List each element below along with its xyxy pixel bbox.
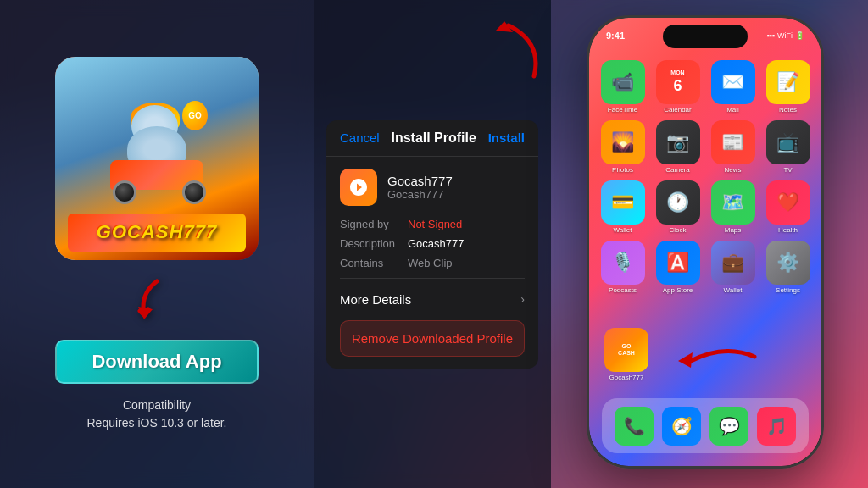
contains-label: Contains [340, 257, 408, 269]
wallet2-icon[interactable]: 💼 [711, 241, 755, 285]
appletv-label: TV [783, 166, 792, 174]
install-profile-title: Install Profile [391, 130, 476, 146]
music-dock-icon[interactable]: 🎵 [757, 407, 796, 446]
install-button[interactable]: Install [488, 130, 525, 145]
more-details-label: More Details [340, 292, 411, 307]
contains-row: Contains Web Clip [340, 257, 525, 269]
signed-by-row: Signed by Not Signed [340, 218, 525, 230]
wallet-icon[interactable]: 💳 [601, 180, 645, 225]
ios-dock: 📞 🧭 💬 🎵 [602, 398, 809, 453]
photos-label: Photos [612, 166, 633, 174]
iphone-wrapper: 9:41 ▪▪▪ WiFi 🔋 📹 FaceTime [587, 15, 832, 473]
down-arrow-icon [131, 277, 182, 331]
cancel-button[interactable]: Cancel [340, 130, 380, 145]
left-arrow-icon [657, 336, 759, 381]
wifi-icon: WiFi [777, 31, 793, 40]
mail-label: Mail [726, 106, 739, 114]
notes-label: Notes [779, 106, 797, 114]
iphone-notch [663, 25, 748, 48]
appletv-icon[interactable]: 📺 [766, 120, 810, 164]
list-item: 🎙️ Podcasts [598, 241, 648, 294]
signal-icon: ▪▪▪ [766, 31, 775, 40]
list-item: ✉️ Mail [708, 60, 758, 114]
profile-app-info: Gocash777 Gocash777 [387, 174, 453, 201]
description-value: Gocash777 [408, 237, 465, 250]
clock-icon[interactable]: 🕐 [656, 180, 700, 225]
news-icon[interactable]: 📰 [711, 120, 755, 164]
middle-panel: Cancel Install Profile Install Gocash777… [314, 0, 551, 488]
iphone-frame: 9:41 ▪▪▪ WiFi 🔋 📹 FaceTime [587, 15, 824, 469]
wallet2-label: Wallet [724, 286, 743, 294]
svg-marker-2 [678, 352, 693, 368]
remove-downloaded-profile-button[interactable]: Remove Downloaded Profile [340, 320, 525, 357]
list-item: 🗺️ Maps [708, 180, 758, 234]
maps-icon[interactable]: 🗺️ [711, 180, 755, 225]
news-label: News [724, 166, 741, 174]
list-item: 📹 FaceTime [598, 60, 648, 114]
profile-body: Gocash777 Gocash777 Signed by Not Signed… [326, 157, 538, 369]
photos-icon[interactable]: 🌄 [601, 120, 645, 164]
settings-icon[interactable]: ⚙️ [766, 241, 810, 285]
appstore-icon[interactable]: 🅰️ [656, 241, 700, 285]
profile-app-name: Gocash777 [387, 174, 453, 188]
signed-by-label: Signed by [340, 218, 408, 230]
messages-dock-icon[interactable]: 💬 [709, 407, 748, 446]
list-item: 🕐 Clock [653, 180, 703, 234]
list-item: 🌄 Photos [598, 120, 648, 174]
description-label: Description [340, 237, 408, 250]
profile-divider [340, 278, 525, 279]
facetime-icon[interactable]: 📹 [601, 60, 645, 104]
app-icon-wrapper: GO GOCASH777 [55, 57, 259, 260]
camera-icon[interactable]: 📷 [656, 120, 700, 164]
list-item: 💼 Wallet [708, 241, 758, 294]
gocash-home-label: Gocash777 [609, 374, 644, 381]
podcasts-icon[interactable]: 🎙️ [601, 241, 645, 285]
description-row: Description Gocash777 [340, 237, 525, 250]
gocash-home-app[interactable]: GOCASH Gocash777 [604, 328, 648, 381]
iphone-screen: 9:41 ▪▪▪ WiFi 🔋 📹 FaceTime [589, 18, 821, 466]
mail-icon[interactable]: ✉️ [711, 60, 755, 104]
app-icon-inner: GO GOCASH777 [55, 57, 259, 260]
safari-dock-icon[interactable]: 🧭 [662, 407, 701, 446]
status-time: 9:41 [606, 30, 625, 41]
list-item: 📰 News [708, 120, 758, 174]
list-item: ❤️ Health [763, 180, 813, 234]
clock-label: Clock [669, 226, 686, 234]
more-details-row[interactable]: More Details › [340, 287, 525, 312]
signed-by-value: Not Signed [408, 218, 462, 230]
remove-profile-section: Remove Downloaded Profile [340, 320, 525, 357]
curved-arrow-up-icon [483, 17, 542, 88]
gocash-home-icon-box: GOCASH [604, 328, 648, 372]
right-panel: 9:41 ▪▪▪ WiFi 🔋 📹 FaceTime [551, 0, 868, 488]
podcasts-label: Podcasts [609, 286, 637, 294]
profile-app-icon [340, 169, 377, 206]
list-item: 🅰️ App Store [653, 241, 703, 294]
list-item: 💳 Wallet [598, 180, 648, 234]
battery-icon: 🔋 [795, 31, 804, 40]
calendar-icon[interactable]: MON 6 [656, 60, 700, 104]
health-label: Health [778, 226, 798, 234]
profile-header: Cancel Install Profile Install [326, 120, 538, 157]
settings-label: Settings [776, 286, 800, 294]
chevron-right-icon: › [520, 292, 525, 306]
cat-kart-illustration: GO [89, 101, 225, 211]
camera-label: Camera [665, 166, 689, 174]
profile-app-row: Gocash777 Gocash777 [340, 169, 525, 206]
wallet-label: Wallet [614, 226, 632, 234]
phone-dock-icon[interactable]: 📞 [615, 407, 654, 446]
health-icon[interactable]: ❤️ [766, 180, 810, 225]
ios-icons-grid: 📹 FaceTime MON 6 Calendar ✉️ [598, 60, 813, 294]
list-item: MON 6 Calendar [653, 60, 703, 114]
download-app-button[interactable]: Download App [55, 340, 259, 384]
notes-icon[interactable]: 📝 [766, 60, 810, 104]
maps-label: Maps [725, 226, 742, 234]
contains-value: Web Clip [408, 257, 453, 269]
list-item: 📺 TV [763, 120, 813, 174]
kart-wheel-left [113, 180, 136, 204]
gocash-logo: GOCASH777 [68, 214, 246, 252]
list-item: 📷 Camera [653, 120, 703, 174]
compatibility-text: Compatibility Requires iOS 10.3 or later… [87, 396, 227, 432]
left-panel: GO GOCASH777 Download App Compatibility … [0, 0, 314, 488]
kart-wheel-right [182, 180, 206, 204]
appstore-label: App Store [663, 286, 693, 294]
